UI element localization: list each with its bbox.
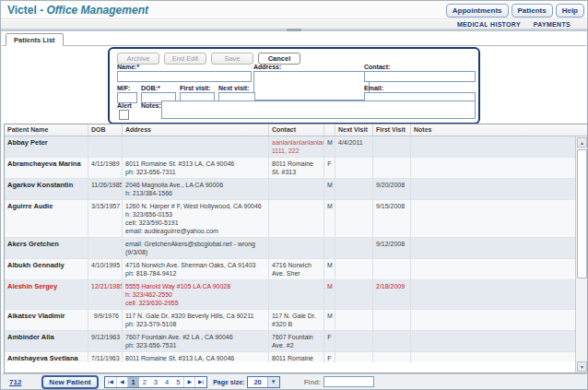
- contact-field[interactable]: [364, 71, 476, 82]
- mf-cell: F: [324, 331, 335, 351]
- next-visit-cell: 4/4/2011: [335, 136, 373, 157]
- scroll-down-icon[interactable]: ▼: [577, 361, 587, 372]
- address-line: h: 323/462-2550: [125, 290, 265, 299]
- table-row[interactable]: Alkatsev Vladimir9/9/1976117 N. Gale Dr.…: [5, 310, 576, 331]
- name-field[interactable]: [117, 71, 252, 82]
- address-cell: 8011 Romaine St. #313 LA, CA 90046ph: 32…: [123, 352, 269, 362]
- appointments-button[interactable]: Appointments: [446, 4, 509, 18]
- title-buttons: Appointments Patients Help: [446, 4, 584, 18]
- mf-cell: M: [324, 280, 335, 309]
- contact-cell: 8011 Romaine St. #313: [269, 158, 324, 178]
- col-notes[interactable]: Notes: [411, 124, 587, 136]
- grid-header: Patient Name DOB Address Contact Next Vi…: [5, 124, 587, 136]
- dob-cell: 4/11/1989: [88, 158, 123, 178]
- notes-cell: [411, 280, 576, 309]
- col-first-visit[interactable]: First Visit: [373, 124, 411, 136]
- table-row[interactable]: Aleshin Sergey12/21/19855555 Harold Way …: [5, 280, 576, 310]
- table-row[interactable]: Abbay Peteraanlanlanlanlanlanl1111, 222M…: [5, 136, 576, 158]
- col-contact[interactable]: Contact: [269, 124, 324, 136]
- page-4-button[interactable]: 4: [161, 377, 172, 387]
- mf-cell: M: [324, 179, 335, 199]
- first-page-icon[interactable]: |◀: [105, 377, 117, 387]
- page-3-button[interactable]: 3: [150, 377, 161, 387]
- dob-cell: 3/15/1957: [88, 200, 123, 237]
- address-line: ph: 323-656-7311: [125, 168, 265, 176]
- tab-patients-list[interactable]: Patients List: [6, 33, 64, 46]
- patient-name-cell: Aleshin Sergey: [5, 280, 88, 309]
- address-cell: 8011 Romaine St. #313 LA, CA 90046ph: 32…: [123, 158, 269, 178]
- scroll-thumb[interactable]: [577, 149, 587, 278]
- next-visit-cell: [335, 280, 373, 309]
- end-edit-button[interactable]: End Edit: [164, 53, 206, 65]
- address-line: email: GretchenAkers@sbcglobal.net - wro…: [125, 240, 265, 256]
- address-cell: 4716 Norwich Ave. Sherman Oaks, CA 91403…: [123, 259, 269, 279]
- contact-label: Contact:: [364, 64, 390, 70]
- payments-link[interactable]: PAYMENTS: [534, 21, 570, 28]
- col-address[interactable]: Address: [123, 124, 269, 136]
- table-row[interactable]: Ambinder Alla9/12/19637607 Fountain Ave.…: [5, 331, 576, 352]
- dob-cell: [88, 238, 123, 258]
- col-patient-name[interactable]: Patient Name: [5, 124, 88, 136]
- first-visit-cell: [373, 136, 411, 157]
- mf-cell: M: [324, 136, 335, 157]
- mf-label: M/F:: [117, 85, 130, 91]
- page-2-button[interactable]: 2: [139, 377, 150, 387]
- next-visit-cell: [335, 331, 373, 351]
- address-cell: 7607 Fountain Ave. #2 LA , CA 90046ph: 3…: [123, 331, 269, 351]
- patients-button[interactable]: Patients: [512, 4, 553, 18]
- col-next-visit[interactable]: Next Visit: [335, 124, 373, 136]
- address-line: cell: 323/590-5191: [125, 219, 265, 227]
- email-label: Email:: [364, 85, 383, 91]
- grid-scrollbar[interactable]: ▲ ▼: [575, 136, 587, 372]
- contact-line: 8011 Romaine St. #313: [272, 160, 321, 176]
- notes-field[interactable]: [161, 100, 476, 119]
- table-row[interactable]: Akers Gretchenemail: GretchenAkers@sbcgl…: [5, 238, 576, 259]
- page-size-label: Page size:: [213, 379, 244, 385]
- table-row[interactable]: Abramchayeva Marina4/11/19898011 Romaine…: [5, 158, 576, 179]
- address-line: ph: 323-656-7531: [125, 341, 265, 349]
- medical-history-link[interactable]: MEDICAL HISTORY: [457, 21, 521, 28]
- contact-line: 8011 Romaine St. #313: [272, 354, 321, 362]
- find-input[interactable]: [323, 376, 374, 387]
- new-patient-button[interactable]: New Patient: [41, 375, 98, 389]
- table-row[interactable]: Aguirre Audie3/15/19571260 N. Harper # F…: [5, 200, 576, 238]
- dob-cell: 9/9/1976: [88, 310, 123, 330]
- col-dob[interactable]: DOB: [88, 124, 123, 136]
- first-visit-cell: [373, 331, 411, 351]
- contact-line: 1111, 222: [272, 147, 321, 155]
- contact-cell: [269, 238, 324, 258]
- app-window: Victel - Office Management Appointments …: [0, 0, 588, 390]
- app-title-product: Office Management: [46, 4, 147, 17]
- mf-cell: M: [324, 200, 335, 237]
- table-row[interactable]: Albukh Gennadiy4/10/19954716 Norwich Ave…: [5, 259, 576, 280]
- page-size-dropdown[interactable]: 20 ▼: [247, 376, 279, 388]
- dob-cell: 4/10/1995: [88, 259, 123, 279]
- address-line: 2046 Magnolia Ave., LA CA 90006: [125, 181, 265, 189]
- notes-cell: [411, 310, 576, 330]
- address-field[interactable]: [253, 71, 370, 100]
- title-bar: Victel - Office Management Appointments …: [1, 1, 587, 19]
- page-5-button[interactable]: 5: [172, 377, 183, 387]
- table-row[interactable]: Agarkov Konstantin11/26/19852046 Magnoli…: [5, 179, 576, 200]
- scroll-up-icon[interactable]: ▲: [577, 137, 587, 148]
- contact-cell: [269, 280, 324, 309]
- help-button[interactable]: Help: [556, 4, 584, 18]
- address-label: Address:: [253, 64, 281, 70]
- total-count-link[interactable]: 712: [9, 378, 21, 386]
- contact-line: 4716 Norwich Ave. Sher: [272, 261, 321, 278]
- mf-cell: F: [324, 158, 335, 178]
- app-title-prefix: Victel -: [7, 4, 43, 17]
- menu-links: MEDICAL HISTORY PAYMENTS: [457, 21, 570, 28]
- first-visit-cell: [373, 352, 411, 362]
- next-page-icon[interactable]: ▶: [183, 377, 195, 387]
- last-page-icon[interactable]: ▶|: [195, 377, 206, 387]
- prev-page-icon[interactable]: ◀: [117, 377, 128, 387]
- col-mf[interactable]: [324, 124, 335, 136]
- alert-checkbox[interactable]: [119, 110, 129, 120]
- save-button[interactable]: Save: [211, 53, 253, 65]
- table-row[interactable]: Amishayeva Svetlana7/11/19638011 Romaine…: [5, 352, 576, 362]
- address-line: ph: 323-579-5108: [125, 320, 265, 328]
- address-line: email: audieaguirre@yahoo.com: [125, 227, 265, 235]
- page-1-button[interactable]: 1: [128, 377, 139, 387]
- notes-cell: [411, 331, 576, 351]
